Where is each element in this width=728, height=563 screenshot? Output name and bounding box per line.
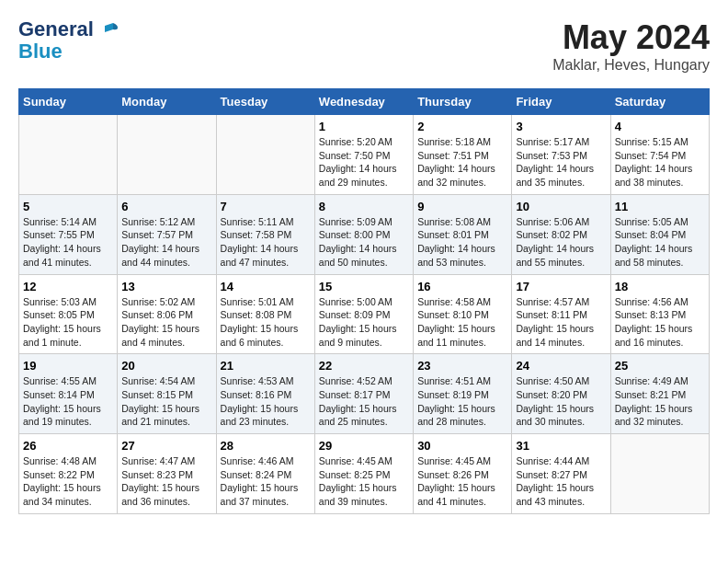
day-number: 18 [615, 280, 705, 293]
day-number: 13 [121, 280, 211, 293]
calendar-cell: 25Sunrise: 4:49 AMSunset: 8:21 PMDayligh… [610, 354, 709, 434]
day-info: Sunrise: 5:00 AMSunset: 8:09 PMDaylight:… [319, 295, 409, 350]
day-number: 25 [615, 359, 705, 373]
day-info: Sunrise: 5:05 AMSunset: 8:04 PMDaylight:… [615, 215, 705, 270]
calendar-cell: 22Sunrise: 4:52 AMSunset: 8:17 PMDayligh… [314, 354, 413, 434]
day-number: 4 [615, 120, 705, 133]
calendar-cell: 13Sunrise: 5:02 AMSunset: 8:06 PMDayligh… [118, 274, 216, 354]
day-number: 12 [23, 280, 113, 293]
day-info: Sunrise: 5:18 AMSunset: 7:51 PMDaylight:… [417, 135, 507, 190]
day-number: 28 [221, 439, 311, 453]
logo-text: General [18, 18, 121, 40]
calendar-cell: 16Sunrise: 4:58 AMSunset: 8:10 PMDayligh… [414, 274, 512, 354]
calendar-cell: 11Sunrise: 5:05 AMSunset: 8:04 PMDayligh… [610, 194, 709, 274]
day-info: Sunrise: 4:48 AMSunset: 8:22 PMDaylight:… [23, 454, 113, 509]
day-number: 20 [121, 359, 211, 373]
calendar-cell: 12Sunrise: 5:03 AMSunset: 8:05 PMDayligh… [19, 274, 118, 354]
day-number: 5 [23, 200, 113, 213]
day-number: 7 [221, 200, 311, 213]
calendar-cell: 9Sunrise: 5:08 AMSunset: 8:01 PMDaylight… [414, 194, 512, 274]
day-info: Sunrise: 4:55 AMSunset: 8:14 PMDaylight:… [23, 374, 113, 429]
calendar-week-5: 26Sunrise: 4:48 AMSunset: 8:22 PMDayligh… [19, 434, 710, 514]
calendar-cell: 8Sunrise: 5:09 AMSunset: 8:00 PMDaylight… [314, 194, 413, 274]
day-info: Sunrise: 5:12 AMSunset: 7:57 PMDaylight:… [121, 215, 211, 270]
day-number: 31 [516, 439, 606, 453]
day-number: 22 [319, 359, 409, 373]
calendar-cell: 5Sunrise: 5:14 AMSunset: 7:55 PMDaylight… [19, 194, 118, 274]
calendar-cell: 4Sunrise: 5:15 AMSunset: 7:54 PMDaylight… [610, 115, 709, 195]
day-number: 10 [516, 200, 606, 213]
day-number: 9 [417, 200, 507, 213]
day-info: Sunrise: 4:56 AMSunset: 8:13 PMDaylight:… [615, 295, 705, 350]
day-number: 3 [516, 120, 606, 133]
page-header: General Blue May 2024 Maklar, Heves, Hun… [18, 18, 710, 74]
logo: General Blue [18, 18, 121, 63]
day-info: Sunrise: 5:20 AMSunset: 7:50 PMDaylight:… [319, 135, 409, 190]
calendar-cell: 7Sunrise: 5:11 AMSunset: 7:58 PMDaylight… [216, 194, 314, 274]
day-info: Sunrise: 5:14 AMSunset: 7:55 PMDaylight:… [23, 215, 113, 270]
calendar-cell: 2Sunrise: 5:18 AMSunset: 7:51 PMDaylight… [414, 115, 512, 195]
day-info: Sunrise: 4:57 AMSunset: 8:11 PMDaylight:… [516, 295, 606, 350]
day-info: Sunrise: 4:45 AMSunset: 8:25 PMDaylight:… [319, 454, 409, 509]
calendar-week-3: 12Sunrise: 5:03 AMSunset: 8:05 PMDayligh… [19, 274, 710, 354]
day-info: Sunrise: 4:44 AMSunset: 8:27 PMDaylight:… [516, 454, 606, 509]
header-wednesday: Wednesday [314, 89, 413, 115]
calendar-cell: 3Sunrise: 5:17 AMSunset: 7:53 PMDaylight… [512, 115, 610, 195]
calendar-week-4: 19Sunrise: 4:55 AMSunset: 8:14 PMDayligh… [19, 354, 710, 434]
day-info: Sunrise: 4:45 AMSunset: 8:26 PMDaylight:… [417, 454, 507, 509]
day-number: 19 [23, 359, 113, 373]
day-info: Sunrise: 5:08 AMSunset: 8:01 PMDaylight:… [417, 215, 507, 270]
header-tuesday: Tuesday [216, 89, 314, 115]
calendar-cell: 19Sunrise: 4:55 AMSunset: 8:14 PMDayligh… [19, 354, 118, 434]
calendar-cell [19, 115, 118, 195]
day-number: 29 [319, 439, 409, 453]
day-info: Sunrise: 4:49 AMSunset: 8:21 PMDaylight:… [615, 374, 705, 429]
day-number: 6 [121, 200, 211, 213]
day-info: Sunrise: 4:46 AMSunset: 8:24 PMDaylight:… [221, 454, 311, 509]
weekday-header-row: Sunday Monday Tuesday Wednesday Thursday… [19, 89, 710, 115]
calendar-cell: 26Sunrise: 4:48 AMSunset: 8:22 PMDayligh… [19, 434, 118, 514]
header-friday: Friday [512, 89, 610, 115]
day-number: 14 [221, 280, 311, 293]
calendar-cell: 15Sunrise: 5:00 AMSunset: 8:09 PMDayligh… [314, 274, 413, 354]
day-number: 27 [121, 439, 211, 453]
calendar-cell: 31Sunrise: 4:44 AMSunset: 8:27 PMDayligh… [512, 434, 610, 514]
day-number: 21 [221, 359, 311, 373]
calendar-title: May 2024 [552, 18, 710, 57]
calendar-body: 1Sunrise: 5:20 AMSunset: 7:50 PMDaylight… [19, 115, 710, 514]
calendar-cell: 17Sunrise: 4:57 AMSunset: 8:11 PMDayligh… [512, 274, 610, 354]
day-info: Sunrise: 5:09 AMSunset: 8:00 PMDaylight:… [319, 215, 409, 270]
day-number: 15 [319, 280, 409, 293]
day-info: Sunrise: 4:52 AMSunset: 8:17 PMDaylight:… [319, 374, 409, 429]
day-info: Sunrise: 5:01 AMSunset: 8:08 PMDaylight:… [221, 295, 311, 350]
day-info: Sunrise: 4:58 AMSunset: 8:10 PMDaylight:… [417, 295, 507, 350]
calendar-cell: 23Sunrise: 4:51 AMSunset: 8:19 PMDayligh… [414, 354, 512, 434]
calendar-cell: 24Sunrise: 4:50 AMSunset: 8:20 PMDayligh… [512, 354, 610, 434]
day-number: 1 [319, 120, 409, 133]
calendar-cell: 18Sunrise: 4:56 AMSunset: 8:13 PMDayligh… [610, 274, 709, 354]
day-number: 17 [516, 280, 606, 293]
header-saturday: Saturday [610, 89, 709, 115]
calendar-table: Sunday Monday Tuesday Wednesday Thursday… [18, 88, 710, 514]
day-info: Sunrise: 4:51 AMSunset: 8:19 PMDaylight:… [417, 374, 507, 429]
day-number: 23 [417, 359, 507, 373]
header-monday: Monday [118, 89, 216, 115]
day-info: Sunrise: 5:11 AMSunset: 7:58 PMDaylight:… [221, 215, 311, 270]
calendar-cell: 30Sunrise: 4:45 AMSunset: 8:26 PMDayligh… [414, 434, 512, 514]
calendar-week-2: 5Sunrise: 5:14 AMSunset: 7:55 PMDaylight… [19, 194, 710, 274]
day-info: Sunrise: 5:15 AMSunset: 7:54 PMDaylight:… [615, 135, 705, 190]
day-info: Sunrise: 5:02 AMSunset: 8:06 PMDaylight:… [121, 295, 211, 350]
day-number: 11 [615, 200, 705, 213]
calendar-week-1: 1Sunrise: 5:20 AMSunset: 7:50 PMDaylight… [19, 115, 710, 195]
calendar-header: Sunday Monday Tuesday Wednesday Thursday… [19, 89, 710, 115]
calendar-cell: 1Sunrise: 5:20 AMSunset: 7:50 PMDaylight… [314, 115, 413, 195]
logo-blue: Blue [18, 40, 121, 63]
header-thursday: Thursday [414, 89, 512, 115]
calendar-cell: 27Sunrise: 4:47 AMSunset: 8:23 PMDayligh… [118, 434, 216, 514]
calendar-cell [118, 115, 216, 195]
day-info: Sunrise: 5:06 AMSunset: 8:02 PMDaylight:… [516, 215, 606, 270]
calendar-cell: 29Sunrise: 4:45 AMSunset: 8:25 PMDayligh… [314, 434, 413, 514]
calendar-cell [610, 434, 709, 514]
title-block: May 2024 Maklar, Heves, Hungary [552, 18, 710, 74]
calendar-cell: 20Sunrise: 4:54 AMSunset: 8:15 PMDayligh… [118, 354, 216, 434]
